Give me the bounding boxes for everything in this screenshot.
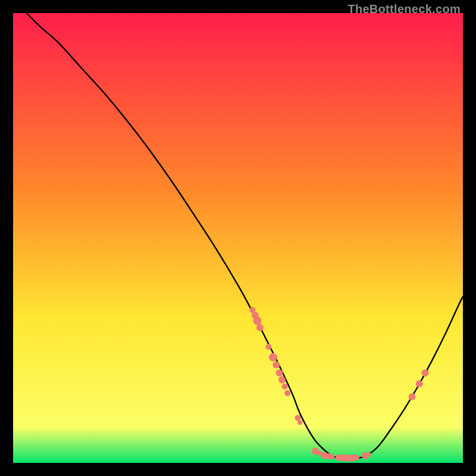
- gpu-marker: [278, 376, 286, 383]
- gpu-marker: [265, 344, 271, 350]
- gpu-marker: [284, 390, 290, 396]
- gpu-marker: [273, 361, 280, 368]
- gpu-marker: [328, 453, 334, 459]
- gpu-marker: [256, 324, 264, 331]
- gradient-background: [13, 13, 463, 463]
- chart-frame: [13, 13, 463, 463]
- gpu-marker: [366, 452, 371, 457]
- gpu-marker: [282, 383, 288, 389]
- gpu-marker: [353, 455, 359, 461]
- gpu-marker: [269, 353, 277, 361]
- gpu-marker: [422, 369, 429, 377]
- gpu-marker: [295, 415, 301, 421]
- gpu-marker: [409, 393, 416, 400]
- watermark-text: TheBottleneck.com: [347, 2, 461, 16]
- gpu-marker: [276, 369, 283, 377]
- gpu-marker: [298, 420, 302, 425]
- bottleneck-chart: [13, 13, 463, 463]
- gpu-marker: [416, 380, 423, 387]
- gpu-marker: [253, 317, 262, 325]
- gpu-marker: [317, 450, 321, 455]
